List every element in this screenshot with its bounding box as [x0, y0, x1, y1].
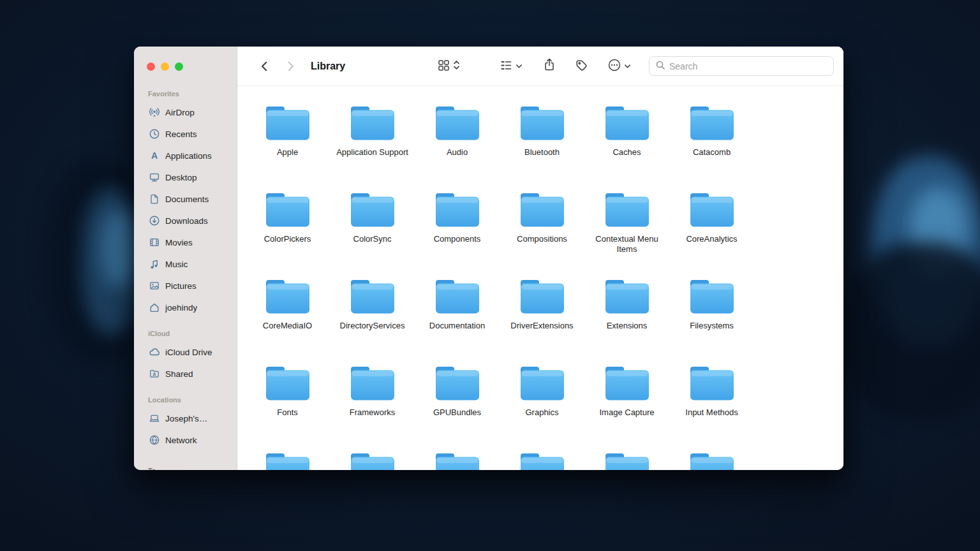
folder-icon	[604, 279, 651, 318]
folder-label: Bluetooth	[524, 147, 560, 158]
sidebar-item-josephs-macbook[interactable]: Joseph's…	[139, 408, 232, 429]
sidebar-item-label: AirDrop	[165, 108, 195, 117]
download-icon	[148, 215, 161, 226]
section-label: Locations	[134, 396, 237, 405]
folder-item[interactable]: Caches	[584, 105, 669, 192]
folder-label: Catacomb	[693, 147, 731, 158]
folder-item[interactable]: Bluetooth	[500, 105, 584, 192]
sidebar-item-label: Desktop	[165, 173, 197, 182]
folder-item[interactable]: Application Support	[330, 105, 415, 192]
folder-item[interactable]	[245, 452, 330, 470]
sidebar-item-network[interactable]: Network	[139, 429, 232, 451]
folder-icon	[349, 365, 396, 404]
folder-icon	[688, 365, 736, 404]
folder-item[interactable]: DriverExtensions	[500, 279, 584, 365]
sidebar-item-label: Shared	[165, 369, 193, 379]
view-mode-button[interactable]	[434, 56, 463, 77]
toolbar: Library	[237, 47, 843, 86]
sidebar-item-label: Downloads	[165, 216, 208, 226]
folder-item[interactable]: Compositions	[500, 192, 584, 279]
sidebar-item-recents[interactable]: Recents	[139, 123, 232, 145]
folder-item[interactable]	[669, 452, 754, 470]
folder-item[interactable]: Documentation	[415, 279, 500, 365]
minimize-button[interactable]	[161, 62, 169, 71]
folder-icon	[519, 192, 566, 231]
folder-item[interactable]	[330, 452, 415, 470]
sidebar-item-shared[interactable]: Shared	[139, 363, 232, 385]
sidebar: Favorites AirDrop Recents A Applications…	[134, 47, 237, 470]
close-button[interactable]	[147, 62, 155, 71]
folder-label: ColorSync	[353, 234, 392, 244]
sidebar-item-home[interactable]: joehindy	[139, 297, 232, 318]
search-input[interactable]	[669, 61, 828, 71]
folder-item[interactable]: DirectoryServices	[330, 279, 415, 365]
folder-item[interactable]: Input Methods	[669, 365, 754, 452]
sidebar-item-pictures[interactable]: Pictures	[139, 275, 232, 297]
grid-view-icon	[437, 59, 450, 74]
sidebar-item-music[interactable]: Music	[139, 253, 232, 275]
share-button[interactable]	[540, 55, 558, 77]
sidebar-item-desktop[interactable]: Desktop	[139, 166, 232, 188]
navigation-buttons	[256, 57, 299, 75]
back-button[interactable]	[256, 57, 274, 75]
folder-item[interactable]: CoreAnalytics	[669, 192, 754, 279]
sidebar-item-movies[interactable]: Movies	[139, 231, 232, 253]
folder-item[interactable]: CoreMediaIO	[245, 279, 330, 365]
folder-icon	[519, 452, 566, 470]
folder-item[interactable]: Audio	[415, 105, 500, 192]
folder-icon	[604, 192, 651, 231]
folder-item[interactable]: Catacomb	[669, 105, 754, 192]
document-icon	[148, 193, 161, 205]
group-by-button[interactable]	[497, 56, 525, 77]
sidebar-section-icloud: iCloud iCloud Drive Shared	[134, 330, 237, 385]
folder-grid: Apple Application Support	[245, 105, 843, 470]
folder-item[interactable]: Contextual Menu Items	[584, 192, 669, 279]
chevron-down-icon	[624, 61, 631, 71]
folder-view[interactable]: Apple Application Support	[237, 86, 843, 470]
more-options-button[interactable]	[605, 55, 634, 77]
folder-item[interactable]: Apple	[245, 105, 330, 192]
search-field[interactable]	[649, 56, 834, 76]
sidebar-item-icloud-drive[interactable]: iCloud Drive	[139, 341, 232, 363]
search-icon	[655, 60, 665, 73]
folder-icon	[349, 105, 396, 144]
folder-label: Application Support	[336, 147, 408, 158]
sidebar-section-locations: Locations Joseph's… Network	[134, 396, 237, 451]
sidebar-section-favorites: Favorites AirDrop Recents A Applications…	[134, 90, 237, 318]
zoom-button[interactable]	[175, 62, 183, 71]
folder-item[interactable]: Frameworks	[330, 365, 415, 452]
sidebar-item-applications[interactable]: A Applications	[139, 145, 232, 166]
ellipsis-circle-icon	[607, 58, 621, 74]
folder-item[interactable]: Image Capture	[584, 365, 669, 452]
tag-button[interactable]	[572, 56, 591, 77]
folder-label: Filesystems	[690, 321, 734, 331]
folder-item[interactable]: Fonts	[245, 365, 330, 452]
sidebar-item-downloads[interactable]: Downloads	[139, 210, 232, 231]
folder-label: CoreMediaIO	[263, 321, 312, 331]
folder-icon	[604, 105, 651, 144]
sidebar-item-label: Joseph's…	[165, 414, 207, 423]
folder-label: Contextual Menu Items	[587, 234, 667, 254]
airdrop-icon	[148, 107, 161, 118]
forward-button[interactable]	[281, 57, 299, 75]
folder-icon	[264, 105, 311, 144]
folder-label: Audio	[447, 147, 468, 158]
wallpaper-shape	[840, 242, 980, 421]
home-icon	[148, 302, 161, 313]
folder-item[interactable]	[415, 452, 500, 470]
folder-item[interactable]: ColorPickers	[245, 192, 330, 279]
folder-item[interactable]: Components	[415, 192, 500, 279]
folder-icon	[264, 452, 311, 470]
window-controls	[147, 62, 237, 71]
folder-item[interactable]: Filesystems	[669, 279, 754, 365]
folder-item[interactable]: ColorSync	[330, 192, 415, 279]
folder-item[interactable]	[500, 452, 584, 470]
sidebar-item-airdrop[interactable]: AirDrop	[139, 101, 232, 123]
folder-item[interactable]: Extensions	[584, 279, 669, 365]
music-note-icon	[148, 258, 161, 270]
sidebar-item-documents[interactable]: Documents	[139, 188, 232, 210]
folder-item[interactable]: GPUBundles	[415, 365, 500, 452]
section-label: iCloud	[134, 330, 237, 339]
folder-item[interactable]: Graphics	[500, 365, 584, 452]
folder-item[interactable]	[584, 452, 669, 470]
